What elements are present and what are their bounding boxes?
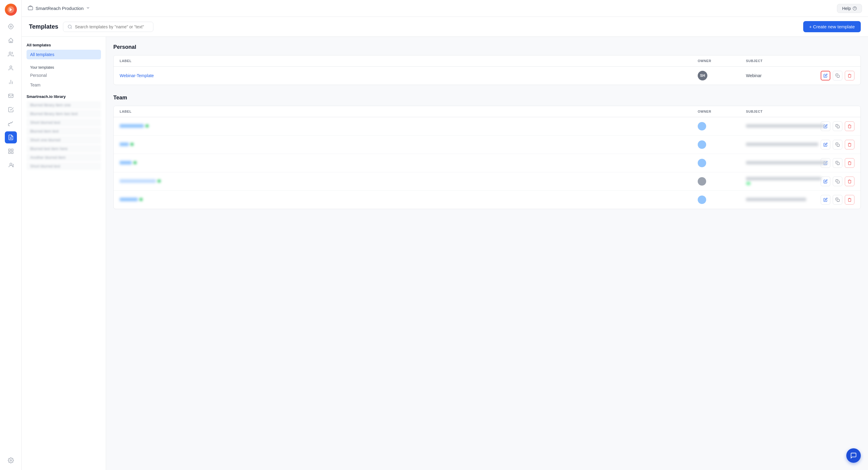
help-label: Help xyxy=(842,6,851,11)
team-copy-button-3[interactable] xyxy=(833,158,842,168)
team-owner-4 xyxy=(698,177,746,186)
delete-button[interactable] xyxy=(845,71,855,81)
top-bar: SmartReach Production Help xyxy=(22,0,868,17)
personal-table-header: LABEL OWNER SUBJECT xyxy=(114,56,861,67)
table-row xyxy=(114,117,861,135)
team-subject-4 xyxy=(746,177,818,186)
library-item-6[interactable]: Blurred text item here xyxy=(27,145,101,152)
team-edit-button-5[interactable] xyxy=(821,195,830,205)
team-col-actions xyxy=(818,110,855,113)
library-item-5[interactable]: Short one blurred xyxy=(27,136,101,144)
your-templates-section: Your templates Personal Team xyxy=(27,64,101,90)
team-copy-button-5[interactable] xyxy=(833,195,842,205)
svg-rect-6 xyxy=(8,149,10,151)
team-subject-5 xyxy=(746,197,818,202)
personal-section-title: Personal xyxy=(113,44,861,50)
team-copy-button-4[interactable] xyxy=(833,177,842,186)
nav-people-icon[interactable] xyxy=(5,48,17,60)
team-owner-2 xyxy=(698,140,746,149)
search-icon xyxy=(67,24,72,29)
team-edit-button-4[interactable] xyxy=(821,177,830,186)
nav-contacts-icon[interactable] xyxy=(5,62,17,74)
team-owner-3 xyxy=(698,159,746,167)
team-copy-button-2[interactable] xyxy=(833,140,842,150)
team-copy-button-1[interactable] xyxy=(833,121,842,131)
chevron-down-icon xyxy=(86,6,90,11)
nav-sequences-icon[interactable] xyxy=(5,145,17,157)
all-templates-section-title: All templates xyxy=(27,43,101,47)
library-item-4[interactable]: Blurred item text xyxy=(27,127,101,135)
team-delete-button-5[interactable] xyxy=(845,195,855,205)
subject-cell: Webinar xyxy=(746,73,818,78)
table-row xyxy=(114,154,861,173)
table-row: Webinar-Template SH Webinar xyxy=(114,67,861,85)
svg-rect-20 xyxy=(837,144,839,147)
team-delete-button-1[interactable] xyxy=(845,121,855,131)
team-edit-button-2[interactable] xyxy=(821,140,830,150)
help-button[interactable]: Help xyxy=(837,4,862,13)
library-item-3[interactable]: Short blurred text xyxy=(27,119,101,126)
sidebar-item-personal[interactable]: Personal xyxy=(27,71,101,80)
svg-point-11 xyxy=(10,460,11,461)
personal-col-actions xyxy=(818,59,855,63)
library-section-title: Smartreach.io library xyxy=(27,94,101,99)
team-owner-5 xyxy=(698,195,746,204)
team-subject-1 xyxy=(746,124,818,129)
team-delete-button-4[interactable] xyxy=(845,177,855,186)
copy-button[interactable] xyxy=(833,71,842,81)
template-label[interactable]: Webinar-Template xyxy=(120,73,698,78)
svg-rect-22 xyxy=(837,181,839,183)
team-label-5 xyxy=(120,197,698,202)
team-action-4 xyxy=(818,177,855,186)
personal-section: Personal LABEL OWNER SUBJECT Webinar-Tem… xyxy=(113,44,861,85)
nav-settings-icon[interactable] xyxy=(5,454,17,466)
personal-col-label: LABEL xyxy=(120,59,698,63)
nav-leaderboard-icon[interactable] xyxy=(5,118,17,130)
table-row xyxy=(114,191,861,209)
nav-campaigns-icon[interactable] xyxy=(5,34,17,46)
library-item-8[interactable]: Short blurred text xyxy=(27,162,101,170)
table-row xyxy=(114,135,861,154)
personal-table: LABEL OWNER SUBJECT Webinar-Template SH … xyxy=(113,55,861,85)
svg-point-1 xyxy=(10,26,11,27)
nav-tasks-icon[interactable] xyxy=(5,104,17,116)
team-section-title: Team xyxy=(113,95,861,101)
library-item-7[interactable]: Another blurred item xyxy=(27,154,101,161)
svg-rect-9 xyxy=(8,152,10,154)
nav-rocket-icon[interactable] xyxy=(5,21,17,33)
team-action-2 xyxy=(818,140,855,150)
svg-point-3 xyxy=(10,66,12,68)
search-input[interactable] xyxy=(75,24,149,29)
briefcase-icon xyxy=(28,5,33,11)
nav-inbox-icon[interactable] xyxy=(5,90,17,102)
svg-rect-18 xyxy=(837,75,839,77)
library-item-1[interactable]: Blurred library item one xyxy=(27,101,101,109)
svg-point-10 xyxy=(10,163,12,165)
sidebar-item-team[interactable]: Team xyxy=(27,81,101,90)
main-wrapper: SmartReach Production Help Templates + C… xyxy=(22,0,868,470)
personal-col-subject: SUBJECT xyxy=(746,59,818,63)
page-header: Templates + Create new template xyxy=(22,17,868,37)
team-col-owner: OWNER xyxy=(698,110,746,113)
edit-button[interactable] xyxy=(821,71,830,81)
svg-rect-8 xyxy=(11,152,13,154)
library-item-2[interactable]: Blurred library item two text xyxy=(27,110,101,118)
nav-team-icon[interactable] xyxy=(5,159,17,171)
svg-point-2 xyxy=(9,52,11,54)
team-owner-1 xyxy=(698,122,746,130)
sidebar-item-all-templates[interactable]: All templates xyxy=(27,50,101,59)
chat-support-button[interactable] xyxy=(846,448,861,463)
app-logo[interactable] xyxy=(5,4,17,15)
workspace-selector[interactable]: SmartReach Production xyxy=(28,5,90,11)
team-delete-button-2[interactable] xyxy=(845,140,855,150)
svg-rect-19 xyxy=(837,126,839,128)
create-template-button[interactable]: + Create new template xyxy=(803,21,861,32)
search-box[interactable] xyxy=(63,22,153,32)
team-table: LABEL OWNER SUBJECT xyxy=(113,106,861,209)
team-subject-2 xyxy=(746,142,818,147)
nav-templates-icon[interactable] xyxy=(5,131,17,144)
team-delete-button-3[interactable] xyxy=(845,158,855,168)
nav-analytics-icon[interactable] xyxy=(5,76,17,88)
personal-col-owner: OWNER xyxy=(698,59,746,63)
team-label-3 xyxy=(120,161,698,165)
